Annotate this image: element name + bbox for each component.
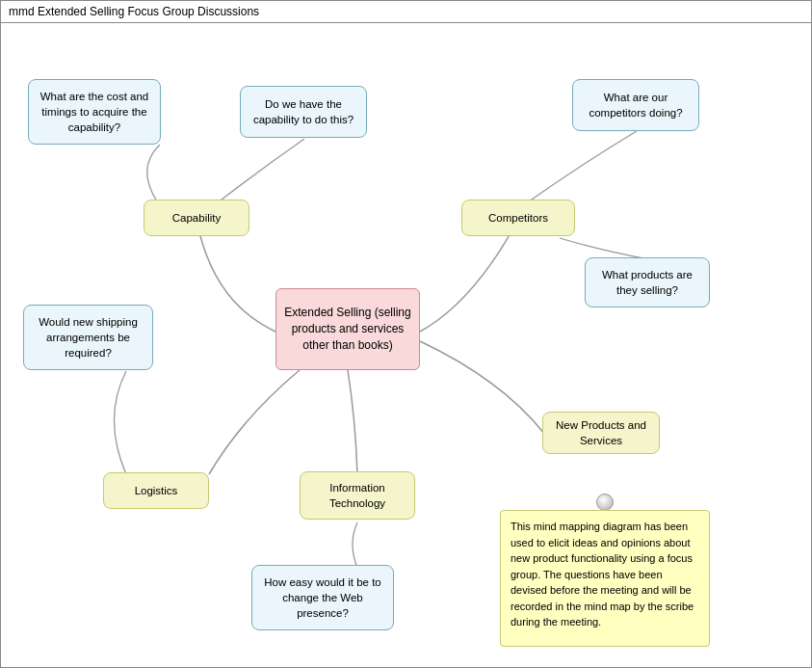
q-web-label: How easy would it be to change the Web p… bbox=[260, 574, 385, 621]
q-shipping-label: Would new shipping arrangements be requi… bbox=[32, 314, 144, 361]
newproducts-node: New Products and Services bbox=[542, 412, 660, 454]
window-frame: mmd Extended Selling Focus Group Discuss… bbox=[0, 0, 812, 668]
center-label: Extended Selling (selling products and s… bbox=[284, 305, 411, 353]
competitors-label: Competitors bbox=[488, 210, 548, 226]
q-web-node: How easy would it be to change the Web p… bbox=[251, 565, 394, 630]
window-title: mmd Extended Selling Focus Group Discuss… bbox=[9, 5, 259, 18]
capability-label: Capability bbox=[172, 210, 222, 226]
q-products-label: What products are they selling? bbox=[593, 267, 701, 298]
note-text: This mind mapping diagram has been used … bbox=[511, 521, 694, 628]
note-box: This mind mapping diagram has been used … bbox=[500, 510, 710, 647]
note-handle bbox=[596, 494, 614, 511]
infotech-label: Information Technology bbox=[308, 480, 406, 511]
q-cost-label: What are the cost and timings to acquire… bbox=[37, 89, 152, 135]
infotech-node: Information Technology bbox=[300, 471, 415, 520]
q-shipping-node: Would new shipping arrangements be requi… bbox=[23, 305, 153, 370]
logistics-label: Logistics bbox=[135, 483, 178, 498]
q-capability-node: Do we have the capability to do this? bbox=[240, 86, 367, 138]
title-bar: mmd Extended Selling Focus Group Discuss… bbox=[1, 1, 811, 23]
q-capability-label: Do we have the capability to do this? bbox=[249, 96, 358, 127]
q-cost-node: What are the cost and timings to acquire… bbox=[28, 79, 161, 145]
competitors-node: Competitors bbox=[461, 200, 575, 236]
q-competitors-label: What are our competitors doing? bbox=[581, 90, 691, 120]
q-competitors-node: What are our competitors doing? bbox=[572, 79, 699, 131]
capability-node: Capability bbox=[144, 200, 249, 236]
logistics-node: Logistics bbox=[103, 472, 209, 509]
canvas: Extended Selling (selling products and s… bbox=[1, 23, 812, 659]
q-products-node: What products are they selling? bbox=[585, 257, 710, 307]
newproducts-label: New Products and Services bbox=[551, 417, 651, 448]
center-node: Extended Selling (selling products and s… bbox=[275, 288, 420, 370]
